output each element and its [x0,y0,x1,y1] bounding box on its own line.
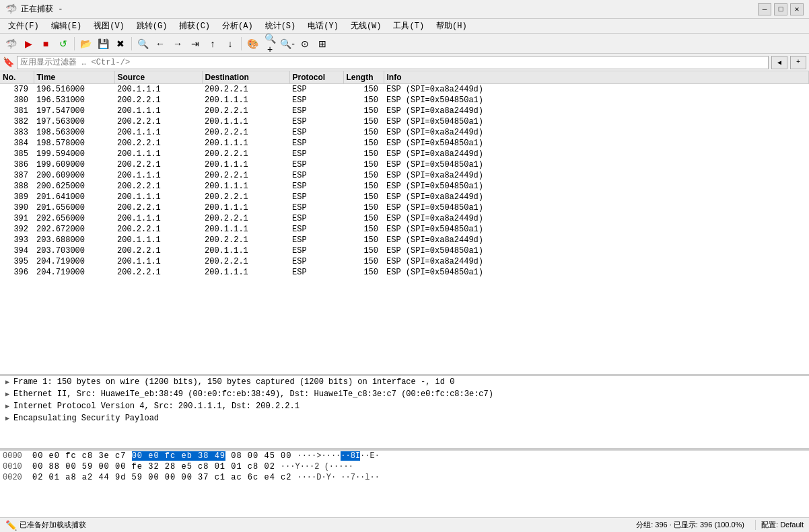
close-button[interactable]: ✕ [790,3,804,15]
cell-destination: 200.1.1.1 [202,245,289,256]
colorize-button[interactable]: 🎨 [244,36,260,52]
table-row[interactable]: 392 202.672000 200.2.2.1 200.1.1.1 ESP 1… [0,224,809,235]
table-row[interactable]: 384 198.578000 200.2.2.1 200.1.1.1 ESP 1… [0,138,809,149]
filter-bookmark-icon[interactable]: 🔖 [3,56,14,68]
table-row[interactable]: 388 200.625000 200.2.2.1 200.1.1.1 ESP 1… [0,181,809,192]
cell-length: 150 [343,149,384,159]
table-row[interactable]: 380 196.531000 200.2.2.1 200.1.1.1 ESP 1… [0,95,809,106]
next-button[interactable]: ↓ [222,36,238,52]
menu-capture[interactable]: 捕获(C) [174,19,215,33]
menu-view[interactable]: 视图(V) [88,19,130,33]
hex-row: 0000 00 e0 fc c8 3e c7 00 e0 fc eb 38 49… [0,451,809,461]
zoom-in-button[interactable]: 🔍+ [262,36,278,52]
cell-destination: 200.1.1.1 [202,202,289,213]
cell-protocol: ESP [289,84,343,96]
table-row[interactable]: 385 199.594000 200.1.1.1 200.2.2.1 ESP 1… [0,149,809,159]
menu-wireless[interactable]: 无线(W) [345,19,387,33]
hex-row: 0010 00 88 00 59 00 00 fe 32 28 e5 c8 01… [0,461,809,472]
title-text: 正在捕获 - [21,3,63,15]
col-no: No. [0,71,34,84]
open-file-button[interactable]: 📂 [77,36,94,52]
minimize-button[interactable]: — [758,3,771,15]
hex-offset: 0010 [3,462,27,471]
status-ready-text: 已准备好加载或捕获 [20,520,86,530]
title-left: 🦈 正在捕获 - [5,3,63,15]
table-row[interactable]: 383 198.563000 200.1.1.1 200.2.2.1 ESP 1… [0,127,809,138]
detail-row[interactable]: ▶Ethernet II, Src: HuaweiTe_eb:38:49 (00… [0,388,809,400]
start-capture-button[interactable]: ▶ [20,36,36,52]
cell-source: 200.2.2.1 [114,95,202,106]
table-row[interactable]: 395 204.719000 200.1.1.1 200.2.2.1 ESP 1… [0,256,809,267]
hex-offset: 0020 [3,473,27,482]
ready-icon: ✏️ [5,520,17,531]
cell-info: ESP (SPI=0xa8a2449d) [384,235,809,245]
table-row[interactable]: 386 199.609000 200.2.2.1 200.1.1.1 ESP 1… [0,159,809,170]
cell-length: 150 [343,116,384,127]
save-file-button[interactable]: 💾 [95,36,111,52]
cell-info: ESP (SPI=0x504850a1) [384,181,809,192]
cell-destination: 200.1.1.1 [202,95,289,106]
cell-time: 203.688000 [34,235,114,245]
cell-time: 202.656000 [34,213,114,224]
cell-info: ESP (SPI=0x504850a1) [384,95,809,106]
menu-edit[interactable]: 编辑(E) [46,19,87,33]
table-row[interactable]: 396 204.719000 200.2.2.1 200.1.1.1 ESP 1… [0,267,809,278]
table-row[interactable]: 387 200.609000 200.1.1.1 200.2.2.1 ESP 1… [0,170,809,181]
cell-protocol: ESP [289,170,343,181]
cell-destination: 200.2.2.1 [202,170,289,181]
detail-text: Frame 1: 150 bytes on wire (1200 bits), … [13,377,454,387]
detail-text: Internet Protocol Version 4, Src: 200.1.… [13,402,300,411]
find-packet-button[interactable]: 🔍 [135,36,151,52]
cell-time: 201.641000 [34,192,114,202]
table-row[interactable]: 382 197.563000 200.2.2.1 200.1.1.1 ESP 1… [0,116,809,127]
cell-no: 396 [0,267,34,278]
menu-help[interactable]: 帮助(H) [431,19,472,33]
back-button[interactable]: ← [152,36,168,52]
packet-list[interactable]: No. Time Source Destination Protocol Len… [0,71,809,376]
detail-row[interactable]: ▶Encapsulating Security Payload [0,412,809,424]
forward-button[interactable]: → [170,36,186,52]
expand-icon: ▶ [5,378,9,386]
table-row[interactable]: 390 201.656000 200.2.2.1 200.1.1.1 ESP 1… [0,202,809,213]
cell-length: 150 [343,245,384,256]
menu-phone[interactable]: 电话(Y) [302,19,344,33]
cell-no: 391 [0,213,34,224]
prev-button[interactable]: ↑ [205,36,221,52]
detail-text: Encapsulating Security Payload [13,414,159,423]
hex-bytes: 02 01 a8 a2 44 9d 59 00 00 00 37 c1 ac 6… [32,473,291,482]
table-row[interactable]: 379 196.516000 200.1.1.1 200.2.2.1 ESP 1… [0,84,809,96]
col-destination: Destination [202,71,289,84]
menu-tools[interactable]: 工具(T) [388,19,429,33]
menu-file[interactable]: 文件(F) [3,19,44,33]
cell-destination: 200.1.1.1 [202,159,289,170]
cell-length: 150 [343,84,384,96]
stop-capture-button[interactable]: ■ [38,36,54,52]
detail-row[interactable]: ▶Internet Protocol Version 4, Src: 200.1… [0,400,809,412]
cell-length: 150 [343,256,384,267]
resize-columns-button[interactable]: ⊞ [314,36,330,52]
go-to-button[interactable]: ⇥ [187,36,203,52]
filter-input[interactable] [17,56,769,69]
menu-analyze[interactable]: 分析(A) [217,19,258,33]
title-controls[interactable]: — □ ✕ [758,3,804,15]
hex-panel: 0000 00 e0 fc c8 3e c7 00 e0 fc eb 38 49… [0,450,809,517]
new-capture-button[interactable]: 🦈 [3,36,19,52]
cell-no: 394 [0,245,34,256]
zoom-out-button[interactable]: 🔍- [279,36,295,52]
table-row[interactable]: 381 197.547000 200.1.1.1 200.2.2.1 ESP 1… [0,106,809,116]
close-file-button[interactable]: ✖ [112,36,129,52]
table-row[interactable]: 393 203.688000 200.1.1.1 200.2.2.1 ESP 1… [0,235,809,245]
column-header-row: No. Time Source Destination Protocol Len… [0,71,809,84]
filter-expand-button[interactable]: + [790,56,806,69]
maximize-button[interactable]: □ [774,3,787,15]
menu-goto[interactable]: 跳转(G) [131,19,173,33]
table-row[interactable]: 389 201.641000 200.1.1.1 200.2.2.1 ESP 1… [0,192,809,202]
restart-capture-button[interactable]: ↺ [55,36,71,52]
filter-arrow-button[interactable]: ◀ [771,56,787,69]
table-row[interactable]: 391 202.656000 200.1.1.1 200.2.2.1 ESP 1… [0,213,809,224]
zoom-reset-button[interactable]: ⊙ [297,36,313,52]
table-row[interactable]: 394 203.703000 200.2.2.1 200.1.1.1 ESP 1… [0,245,809,256]
cell-length: 150 [343,170,384,181]
detail-row[interactable]: ▶Frame 1: 150 bytes on wire (1200 bits),… [0,376,809,388]
menu-stats[interactable]: 统计(S) [260,19,302,33]
